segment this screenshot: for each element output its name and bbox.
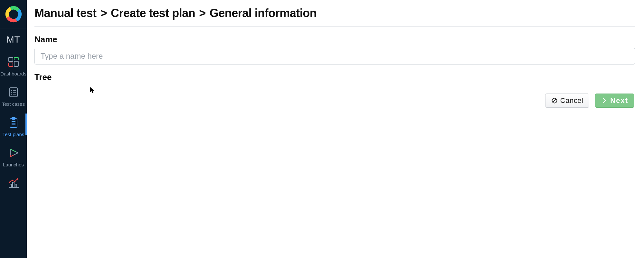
- svg-marker-21: [10, 149, 18, 157]
- cancel-icon: [551, 97, 558, 104]
- svg-point-27: [9, 182, 10, 183]
- chevron-right-icon: [601, 97, 608, 104]
- svg-point-29: [14, 181, 15, 182]
- tree-label: Tree: [34, 72, 635, 82]
- breadcrumb-part[interactable]: Manual test: [34, 6, 97, 20]
- svg-rect-7: [14, 61, 18, 66]
- next-button[interactable]: Next: [595, 94, 634, 108]
- svg-rect-6: [9, 63, 13, 66]
- svg-rect-26: [15, 184, 17, 187]
- svg-rect-25: [13, 182, 14, 187]
- breadcrumb: Manual test > Create test plan > General…: [34, 6, 635, 20]
- tree-divider: [34, 87, 635, 87]
- svg-line-32: [553, 99, 556, 102]
- svg-point-11: [11, 92, 12, 93]
- svg-marker-22: [10, 149, 18, 157]
- launches-icon: [7, 147, 20, 159]
- logo-ring-icon: [5, 5, 22, 23]
- svg-marker-33: [90, 87, 94, 93]
- dashboards-icon: [7, 56, 20, 68]
- breadcrumb-separator: >: [199, 6, 206, 20]
- name-label: Name: [34, 35, 635, 45]
- svg-point-13: [11, 94, 12, 94]
- app-logo[interactable]: [0, 0, 27, 28]
- cancel-button-label: Cancel: [560, 96, 583, 105]
- sidebar-item-label: Test plans: [3, 132, 24, 137]
- svg-rect-4: [9, 57, 13, 62]
- svg-rect-24: [10, 184, 12, 187]
- sidebar-item-label: Launches: [3, 162, 24, 167]
- test-plans-icon: [7, 117, 20, 128]
- main-content: Manual test > Create test plan > General…: [27, 0, 644, 258]
- project-badge[interactable]: MT: [0, 28, 27, 51]
- sidebar-item-label: Test cases: [2, 101, 25, 107]
- breadcrumb-part[interactable]: Create test plan: [111, 6, 195, 20]
- sidebar-item-label: Dashboards: [0, 71, 26, 76]
- breadcrumb-separator: >: [100, 6, 107, 20]
- svg-point-28: [12, 180, 13, 181]
- next-button-label: Next: [610, 96, 628, 105]
- sidebar-item-test-plans[interactable]: Test plans: [0, 112, 27, 142]
- test-cases-icon: [7, 86, 20, 98]
- sidebar-item-dashboards[interactable]: Dashboards: [0, 51, 27, 81]
- name-input[interactable]: [34, 48, 635, 64]
- mouse-cursor-icon: [90, 87, 95, 94]
- svg-point-9: [11, 90, 12, 91]
- project-code: MT: [6, 35, 20, 45]
- sidebar-item-test-cases[interactable]: Test cases: [0, 81, 27, 112]
- breadcrumb-part: General information: [210, 6, 317, 20]
- sidebar: MT Dashboards Test cases: [0, 0, 27, 258]
- cancel-button[interactable]: Cancel: [545, 94, 589, 108]
- sidebar-item-analytics[interactable]: [0, 172, 27, 195]
- svg-point-30: [17, 178, 18, 180]
- svg-rect-5: [14, 57, 18, 60]
- header-divider: [34, 26, 635, 27]
- action-bar: Cancel Next: [34, 94, 635, 108]
- sidebar-item-launches[interactable]: Launches: [0, 142, 27, 172]
- svg-marker-20: [10, 149, 18, 157]
- analytics-icon: [7, 178, 20, 189]
